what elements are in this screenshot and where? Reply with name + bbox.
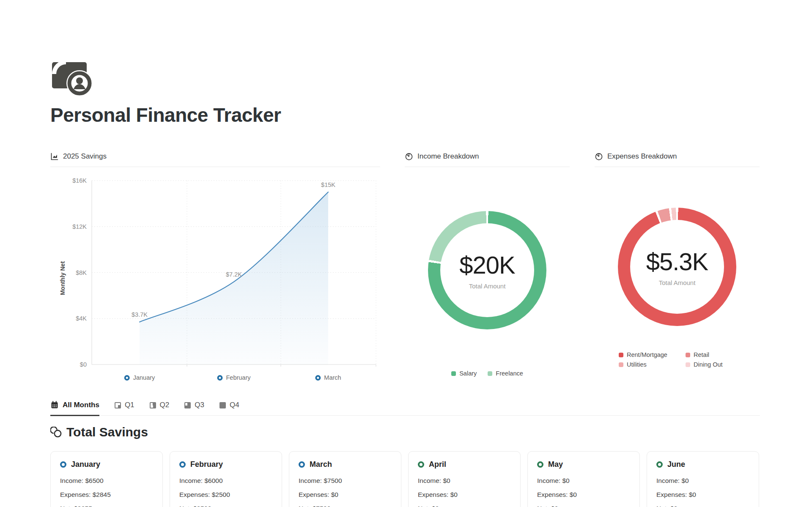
savings-panel-header: 2025 Savings bbox=[50, 151, 380, 167]
net-line: Net: $3655 bbox=[60, 504, 153, 507]
svg-text:$15K: $15K bbox=[321, 181, 335, 188]
income-line: Income: $7500 bbox=[299, 476, 392, 485]
month-dot bbox=[179, 461, 186, 468]
month-cards-row: January Income: $6500 Expenses: $2845 Ne… bbox=[50, 451, 760, 507]
legend-item-dining-out: Dining Out bbox=[686, 361, 760, 368]
x-tick-march: March bbox=[315, 374, 341, 381]
expenses-donut-chart: $5.3K Total Amount bbox=[618, 208, 736, 326]
net-line: Net: $0 bbox=[537, 504, 630, 507]
expenses-line: Expenses: $0 bbox=[537, 490, 630, 499]
legend-item-utilities: Utilities bbox=[619, 361, 686, 368]
dining-out-swatch bbox=[686, 362, 690, 367]
page-content: Personal Finance Tracker 2025 Savings Mo… bbox=[50, 0, 760, 507]
income-total-value: $20K bbox=[459, 251, 515, 279]
income-panel-title: Income Breakdown bbox=[417, 152, 479, 161]
svg-text:$7.2K: $7.2K bbox=[226, 271, 242, 278]
quarter-1-square-icon bbox=[115, 402, 121, 408]
income-donut-chart: $20K Total Amount bbox=[428, 211, 546, 329]
tab-q2[interactable]: Q2 bbox=[150, 401, 170, 416]
expenses-total-value: $5.3K bbox=[646, 247, 708, 276]
net-line: Net: $0 bbox=[656, 504, 749, 507]
y-axis-title: Monthly Net bbox=[59, 261, 66, 295]
svg-text:$0: $0 bbox=[80, 361, 87, 368]
month-card-may: May Income: $0 Expenses: $0 Net: $0 bbox=[527, 451, 640, 507]
month-card-june: June Income: $0 Expenses: $0 Net: $0 bbox=[647, 451, 759, 507]
page-title: Personal Finance Tracker bbox=[50, 104, 760, 126]
svg-text:$16K: $16K bbox=[72, 177, 87, 184]
quarter-2-square-icon bbox=[150, 402, 156, 408]
quarter-4-square-icon bbox=[219, 402, 226, 408]
net-line: Net: $7500 bbox=[299, 504, 392, 507]
svg-text:$4K: $4K bbox=[76, 315, 87, 322]
tab-q4[interactable]: Q4 bbox=[219, 401, 239, 416]
savings-area-chart: $16K$12K$8K$4K$0$3.7K$7.2K$15K bbox=[61, 176, 384, 375]
month-card-february: February Income: $6000 Expenses: $2500 N… bbox=[170, 451, 282, 507]
area-chart-icon bbox=[50, 152, 59, 161]
income-legend: Salary Freelance bbox=[405, 370, 570, 377]
salary-swatch bbox=[451, 371, 456, 376]
income-line: Income: $0 bbox=[537, 476, 630, 485]
expenses-donut-center: $5.3K Total Amount bbox=[618, 208, 736, 326]
utilities-swatch bbox=[619, 362, 623, 367]
legend-item-freelance: Freelance bbox=[488, 370, 523, 377]
pie-chart-icon bbox=[405, 152, 413, 161]
retail-swatch bbox=[686, 353, 690, 357]
tab-q3[interactable]: Q3 bbox=[184, 401, 204, 416]
income-donut-center: $20K Total Amount bbox=[428, 211, 546, 329]
month-card-january: January Income: $6500 Expenses: $2845 Ne… bbox=[50, 451, 163, 507]
income-line: Income: $6500 bbox=[60, 476, 153, 485]
total-savings-title: Total Savings bbox=[66, 425, 148, 439]
income-line: Income: $0 bbox=[656, 476, 749, 485]
february-marker-dot bbox=[217, 375, 222, 381]
march-marker-dot bbox=[315, 375, 321, 381]
expenses-legend: Rent/Mortgage Retail Utilities Dining Ou… bbox=[619, 351, 760, 368]
banknote-portrait-logo-icon bbox=[52, 60, 94, 97]
expenses-panel: Expenses Breakdown $5.3K Total Amount Re… bbox=[595, 151, 760, 384]
calendar-icon bbox=[50, 401, 59, 409]
coins-icon bbox=[50, 427, 62, 438]
month-dot bbox=[656, 461, 663, 468]
expenses-line: Expenses: $0 bbox=[418, 490, 511, 499]
savings-panel-title: 2025 Savings bbox=[63, 152, 107, 161]
legend-item-rent: Rent/Mortgage bbox=[619, 351, 686, 358]
expenses-line: Expenses: $2845 bbox=[60, 490, 153, 499]
pie-chart-icon bbox=[595, 152, 603, 161]
quarter-tabs: All Months Q1 Q2 Q3 Q4 bbox=[50, 401, 760, 416]
svg-text:$3.7K: $3.7K bbox=[132, 311, 148, 318]
month-dot bbox=[299, 461, 305, 468]
legend-item-retail: Retail bbox=[686, 351, 760, 358]
net-line: Net: $0 bbox=[418, 504, 511, 507]
month-dot bbox=[537, 461, 543, 468]
january-marker-dot bbox=[124, 375, 130, 381]
rent-swatch bbox=[619, 353, 623, 357]
month-card-april: April Income: $0 Expenses: $0 Net: $0 bbox=[408, 451, 521, 507]
expenses-line: Expenses: $0 bbox=[299, 490, 392, 499]
x-tick-january: January bbox=[124, 374, 155, 381]
charts-row: 2025 Savings Monthly Net $16K$12K$8K$4K$… bbox=[50, 151, 760, 384]
month-card-march: March Income: $7500 Expenses: $0 Net: $7… bbox=[289, 451, 401, 507]
quarter-3-square-icon bbox=[184, 402, 191, 408]
expenses-line: Expenses: $2500 bbox=[179, 490, 272, 499]
net-line: Net: $3500 bbox=[179, 504, 272, 507]
income-panel-header: Income Breakdown bbox=[405, 151, 570, 167]
tab-q1[interactable]: Q1 bbox=[115, 401, 134, 416]
expenses-total-caption: Total Amount bbox=[659, 279, 696, 286]
expenses-panel-header: Expenses Breakdown bbox=[595, 151, 760, 167]
total-savings-heading: Total Savings bbox=[50, 425, 760, 439]
svg-text:$12K: $12K bbox=[72, 223, 87, 230]
tab-all-months[interactable]: All Months bbox=[50, 401, 99, 416]
income-line: Income: $6000 bbox=[179, 476, 272, 485]
legend-item-salary: Salary bbox=[451, 370, 477, 377]
expenses-line: Expenses: $0 bbox=[656, 490, 749, 499]
svg-text:$8K: $8K bbox=[76, 269, 87, 276]
month-dot bbox=[60, 461, 66, 468]
income-line: Income: $0 bbox=[418, 476, 511, 485]
income-total-caption: Total Amount bbox=[469, 282, 506, 290]
month-dot bbox=[418, 461, 424, 468]
savings-panel: 2025 Savings Monthly Net $16K$12K$8K$4K$… bbox=[50, 151, 380, 384]
income-panel: Income Breakdown $20K Total Amount Salar… bbox=[405, 151, 570, 384]
x-tick-february: February bbox=[217, 374, 250, 381]
freelance-swatch bbox=[488, 371, 492, 376]
expenses-panel-title: Expenses Breakdown bbox=[607, 152, 677, 161]
